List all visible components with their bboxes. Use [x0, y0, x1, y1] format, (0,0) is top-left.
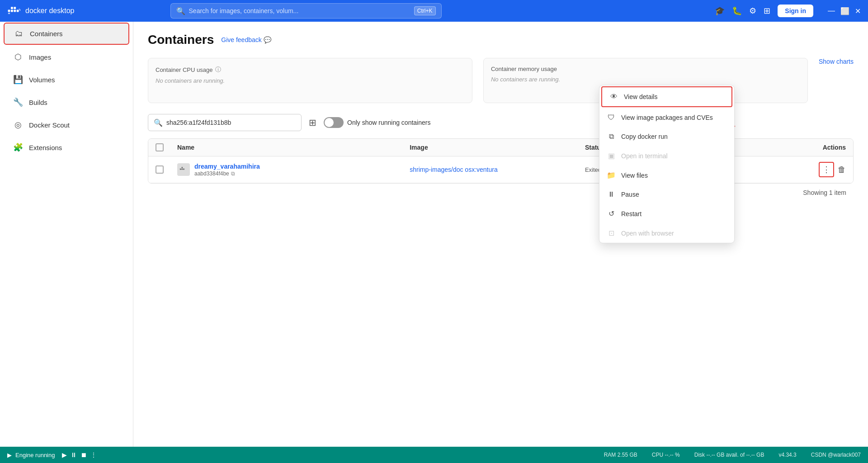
menu-item-pause[interactable]: ⏸ Pause: [599, 185, 734, 204]
docker-logo-icon: [7, 5, 22, 16]
context-menu: 👁 View details 🛡 View image packages and…: [599, 85, 735, 243]
copy-icon: ⧉: [607, 132, 616, 141]
delete-button[interactable]: 🗑: [838, 165, 846, 175]
sidebar-item-label: Volumes: [29, 76, 55, 84]
signin-button[interactable]: Sign in: [778, 5, 813, 17]
svg-rect-5: [17, 10, 19, 12]
row-actions-cell: ⋮ 🗑: [792, 162, 846, 177]
sidebar-item-docker-scout[interactable]: ◎ Docker Scout: [4, 114, 129, 135]
svg-rect-8: [182, 169, 183, 170]
page-header: Containers Give feedback 💬: [148, 33, 854, 47]
menu-item-label: Open in terminal: [621, 152, 668, 160]
sidebar-item-label: Images: [29, 53, 51, 61]
eye-icon: 👁: [609, 93, 618, 101]
menu-item-label: Pause: [621, 191, 639, 198]
feedback-icon: 💬: [264, 36, 271, 43]
th-image: Image: [410, 144, 581, 151]
close-icon[interactable]: ✕: [855, 7, 861, 15]
cpu-info-icon[interactable]: ⓘ: [215, 66, 221, 74]
menu-item-view-packages[interactable]: 🛡 View image packages and CVEs: [599, 108, 734, 127]
browser-icon: ⊡: [607, 229, 616, 237]
container-search-wrap[interactable]: 🔍: [148, 114, 302, 131]
row-checkbox[interactable]: [156, 165, 164, 174]
svg-rect-10: [182, 167, 183, 168]
running-toggle[interactable]: [324, 117, 344, 128]
feedback-link[interactable]: Give feedback 💬: [221, 36, 271, 43]
copy-id-icon[interactable]: ⧉: [231, 170, 235, 177]
keyboard-shortcut: Ctrl+K: [414, 6, 436, 15]
svg-rect-9: [183, 169, 184, 170]
container-id: aabd3384f4be ⧉: [194, 170, 260, 177]
mem-chart-title: Container memory usage: [491, 66, 800, 72]
menu-item-label: View files: [621, 172, 648, 179]
containers-table: Name Image Status Port Started Actions: [148, 138, 854, 184]
table-header: Name Image Status Port Started Actions: [148, 139, 853, 156]
maximize-icon[interactable]: ⬜: [840, 7, 849, 15]
version-label: v4.34.3: [778, 452, 796, 458]
menu-item-open-terminal: ▣ Open in terminal: [599, 146, 734, 165]
page-title: Containers: [148, 33, 214, 47]
sidebar-item-containers[interactable]: 🗂 Containers: [4, 23, 129, 45]
menu-item-view-details[interactable]: 👁 View details: [601, 86, 732, 107]
row-name-cell: dreamy_varahamihira aabd3384f4be ⧉: [177, 162, 406, 177]
watermark: CSDN @warlack007: [811, 452, 861, 458]
menu-item-restart[interactable]: ↺ Restart: [599, 204, 734, 223]
menu-item-open-browser: ⊡ Open with browser: [599, 223, 734, 243]
pause-icon: ⏸: [607, 190, 616, 198]
engine-controls: ▶ ⏸ ⏹ ⋮: [62, 451, 97, 458]
bug-icon[interactable]: 🐛: [732, 6, 742, 16]
settings-icon[interactable]: ⚙: [749, 6, 756, 16]
images-icon: ⬡: [13, 52, 24, 62]
row-checkbox-cell: [156, 165, 174, 174]
menu-item-label: View details: [624, 93, 657, 100]
global-search-input[interactable]: [189, 7, 410, 14]
svg-rect-3: [14, 7, 16, 9]
more-actions-button[interactable]: ⋮: [819, 162, 834, 177]
menu-item-copy-run[interactable]: ⧉ Copy docker run: [599, 127, 734, 146]
sidebar-item-extensions[interactable]: 🧩 Extensions: [4, 137, 129, 158]
sidebar-item-label: Builds: [29, 99, 47, 106]
menu-item-label: Open with browser: [621, 230, 674, 237]
container-name-link[interactable]: dreamy_varahamihira: [194, 163, 260, 170]
titlebar-actions: 🎓 🐛 ⚙ ⊞ Sign in — ⬜ ✕: [715, 5, 861, 17]
apps-icon[interactable]: ⊞: [764, 6, 770, 16]
row-image-cell: shrimp-images/doc osx:ventura: [410, 165, 581, 174]
engine-pause-button[interactable]: ⏸: [71, 451, 77, 458]
containers-icon: 🗂: [14, 29, 24, 38]
engine-stop-button[interactable]: ⏹: [80, 451, 87, 458]
learn-icon[interactable]: 🎓: [715, 6, 725, 16]
sidebar-item-volumes[interactable]: 💾 Volumes: [4, 69, 129, 90]
ram-label: RAM 2.55 GB: [604, 452, 637, 458]
svg-point-6: [8, 13, 10, 14]
svg-rect-1: [11, 10, 13, 12]
app-logo: docker desktop: [7, 5, 75, 16]
search-icon: 🔍: [176, 7, 185, 15]
menu-item-label: Restart: [621, 210, 642, 217]
image-link[interactable]: shrimp-images/doc osx:ventura: [410, 166, 498, 173]
menu-item-view-files[interactable]: 📁 View files: [599, 165, 734, 185]
container-search-input[interactable]: [166, 119, 296, 126]
sidebar-item-images[interactable]: ⬡ Images: [4, 47, 129, 67]
folder-icon: 📁: [607, 171, 616, 180]
container-icon: [177, 163, 190, 176]
minimize-icon[interactable]: —: [828, 7, 835, 15]
terminal-icon: ▣: [607, 151, 616, 160]
toggle-knob: [325, 118, 334, 127]
svg-rect-4: [11, 7, 13, 9]
sidebar-item-label: Extensions: [29, 144, 62, 151]
statusbar: ▶ Engine running ▶ ⏸ ⏹ ⋮ RAM 2.55 GB CPU…: [0, 447, 868, 463]
engine-play-button[interactable]: ▶: [62, 451, 67, 458]
engine-icon: ▶: [7, 452, 12, 458]
column-toggle-icon[interactable]: ⊞: [309, 117, 316, 128]
svg-rect-0: [8, 10, 10, 12]
select-all-checkbox[interactable]: [156, 143, 164, 151]
toggle-label: Only show running containers: [347, 119, 430, 126]
titlebar: docker desktop 🔍 Ctrl+K 🎓 🐛 ⚙ ⊞ Sign in …: [0, 0, 868, 22]
window-controls: — ⬜ ✕: [828, 7, 861, 15]
engine-status: ▶ Engine running: [7, 452, 55, 458]
global-search-bar[interactable]: 🔍 Ctrl+K: [170, 3, 442, 19]
svg-rect-2: [14, 10, 16, 12]
show-charts-button[interactable]: Show charts: [819, 58, 854, 103]
engine-more-button[interactable]: ⋮: [90, 451, 97, 458]
sidebar-item-builds[interactable]: 🔧 Builds: [4, 92, 129, 113]
